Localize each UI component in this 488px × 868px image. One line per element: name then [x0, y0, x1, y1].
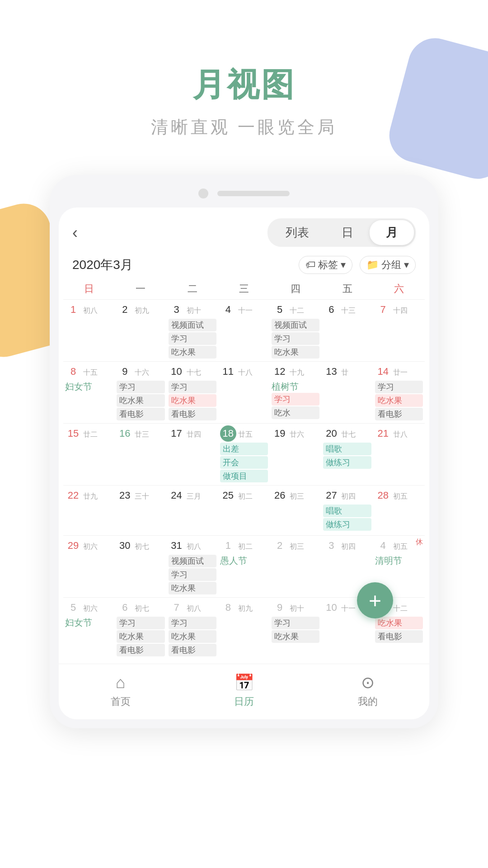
filter-group: 🏷 标签 ▾ 📁 分组 ▾	[299, 256, 416, 274]
weekday-mon: 一	[115, 278, 166, 299]
weekday-sun: 日	[63, 278, 115, 299]
weekday-fri: 五	[321, 278, 373, 299]
page-subtitle: 清晰直观 一眼览全局	[0, 116, 488, 139]
nav-profile[interactable]: ⊙ 我的	[358, 673, 378, 708]
day-mar15[interactable]: 15廿二	[63, 424, 115, 485]
day-mar19[interactable]: 19廿六	[270, 424, 321, 485]
day-mar24[interactable]: 24三月	[167, 486, 218, 535]
day-mar7[interactable]: 7十四	[373, 300, 425, 361]
group-label: 分组	[381, 258, 401, 272]
weekday-thu: 四	[270, 278, 321, 299]
phone-camera	[198, 189, 208, 198]
tag-filter[interactable]: 🏷 标签 ▾	[299, 256, 352, 274]
weekday-sat: 六	[373, 278, 425, 299]
day-mar17[interactable]: 17廿四	[167, 424, 218, 485]
day-apr7[interactable]: 7初八 学习 吃水果 看电影	[167, 598, 218, 659]
group-chevron: ▾	[404, 259, 409, 271]
tab-month[interactable]: 月	[370, 220, 414, 245]
nav-calendar-label: 日历	[234, 695, 254, 708]
day-mar5[interactable]: 5十二 视频面试 学习 吃水果	[270, 300, 321, 361]
day-mar10[interactable]: 10十七 学习 吃水果 看电影	[167, 362, 218, 423]
day-mar14[interactable]: 14廿一 学习 吃水果 看电影	[373, 362, 425, 423]
tag-chevron: ▾	[341, 259, 346, 271]
page-title: 月视图	[0, 63, 488, 107]
home-icon: ⌂	[116, 673, 126, 692]
month-label: 2020年3月	[72, 256, 133, 274]
day-mar29[interactable]: 29初六	[63, 536, 115, 597]
day-mar9[interactable]: 9十六 学习 吃水果 看电影	[115, 362, 166, 423]
nav-home-label: 首页	[111, 695, 131, 708]
week-2: 8十五 妇女节 9十六 学习 吃水果 看电影 10十七 学习 吃水果 看电影 1…	[63, 361, 425, 423]
week-3: 15廿二 16廿三 17廿四 18廿五 出差 开会 做项目 19廿六	[63, 423, 425, 485]
day-mar30[interactable]: 30初七	[115, 536, 166, 597]
day-mar12[interactable]: 12十九 植树节 学习 吃水	[270, 362, 321, 423]
week-4: 22廿九 23三十 24三月 25初二 26初三 27初四 唱歌 做练习	[63, 485, 425, 535]
day-mar20[interactable]: 20廿七 唱歌 做练习	[321, 424, 373, 485]
day-apr5[interactable]: 5初六 妇女节	[63, 598, 115, 659]
nav-calendar[interactable]: 📅 日历	[234, 673, 254, 708]
day-mar31[interactable]: 31初八 视频面试 学习 吃水果	[167, 536, 218, 597]
day-mar27[interactable]: 27初四 唱歌 做练习	[321, 486, 373, 535]
calendar-app: ‹ 列表 日 月 2020年3月 🏷 标签 ▾ 📁 分组 ▾	[59, 208, 429, 719]
weekday-row: 日 一 二 三 四 五 六	[59, 278, 429, 299]
phone-notch	[59, 189, 429, 198]
back-button[interactable]: ‹	[72, 223, 78, 242]
group-icon: 📁	[366, 259, 379, 271]
header-section: 月视图 清晰直观 一眼览全局	[0, 0, 488, 157]
phone-speaker	[217, 191, 290, 196]
week-1: 1初八 2初九 3初十 视频面试 学习 吃水果 4十一 5十二 视频面试 学	[63, 299, 425, 361]
day-apr1[interactable]: 1初二 愚人节	[218, 536, 270, 597]
day-apr2[interactable]: 2初三	[270, 536, 321, 597]
day-mar26[interactable]: 26初三	[270, 486, 321, 535]
day-mar23[interactable]: 23三十	[115, 486, 166, 535]
day-mar22[interactable]: 22廿九	[63, 486, 115, 535]
day-mar3[interactable]: 3初十 视频面试 学习 吃水果	[167, 300, 218, 361]
day-mar16[interactable]: 16廿三	[115, 424, 166, 485]
day-apr8[interactable]: 8初九	[218, 598, 270, 659]
tag-label: 标签	[318, 258, 338, 272]
tab-list[interactable]: 列表	[269, 220, 325, 245]
day-mar6[interactable]: 6十三	[321, 300, 373, 361]
weekday-wed: 三	[218, 278, 270, 299]
day-mar25[interactable]: 25初二	[218, 486, 270, 535]
tag-icon: 🏷	[305, 259, 315, 271]
calendar-icon: 📅	[234, 673, 254, 692]
day-mar18[interactable]: 18廿五 出差 开会 做项目	[218, 424, 270, 485]
profile-icon: ⊙	[361, 673, 375, 692]
day-mar11[interactable]: 11十八	[218, 362, 270, 423]
nav-home[interactable]: ⌂ 首页	[111, 673, 131, 708]
nav-profile-label: 我的	[358, 695, 378, 708]
day-mar1[interactable]: 1初八	[63, 300, 115, 361]
group-filter[interactable]: 📁 分组 ▾	[360, 256, 416, 274]
tab-day[interactable]: 日	[325, 220, 370, 245]
bottom-nav: ⌂ 首页 📅 日历 ⊙ 我的	[59, 664, 429, 719]
day-mar8[interactable]: 8十五 妇女节	[63, 362, 115, 423]
day-mar13[interactable]: 13廿	[321, 362, 373, 423]
day-apr9[interactable]: 9初十 学习 吃水果	[270, 598, 321, 659]
calendar-header: 2020年3月 🏷 标签 ▾ 📁 分组 ▾	[59, 251, 429, 278]
day-mar4[interactable]: 4十一	[218, 300, 270, 361]
day-mar2[interactable]: 2初九	[115, 300, 166, 361]
view-toggle-group: 列表 日 月	[267, 218, 416, 247]
add-event-button[interactable]: +	[357, 582, 393, 618]
view-toggle-bar: ‹ 列表 日 月	[59, 208, 429, 251]
day-mar21[interactable]: 21廿八	[373, 424, 425, 485]
day-mar28[interactable]: 28初五	[373, 486, 425, 535]
day-apr6[interactable]: 6初七 学习 吃水果 看电影	[115, 598, 166, 659]
weekday-tue: 二	[167, 278, 218, 299]
phone-mockup: ‹ 列表 日 月 2020年3月 🏷 标签 ▾ 📁 分组 ▾	[50, 175, 438, 728]
